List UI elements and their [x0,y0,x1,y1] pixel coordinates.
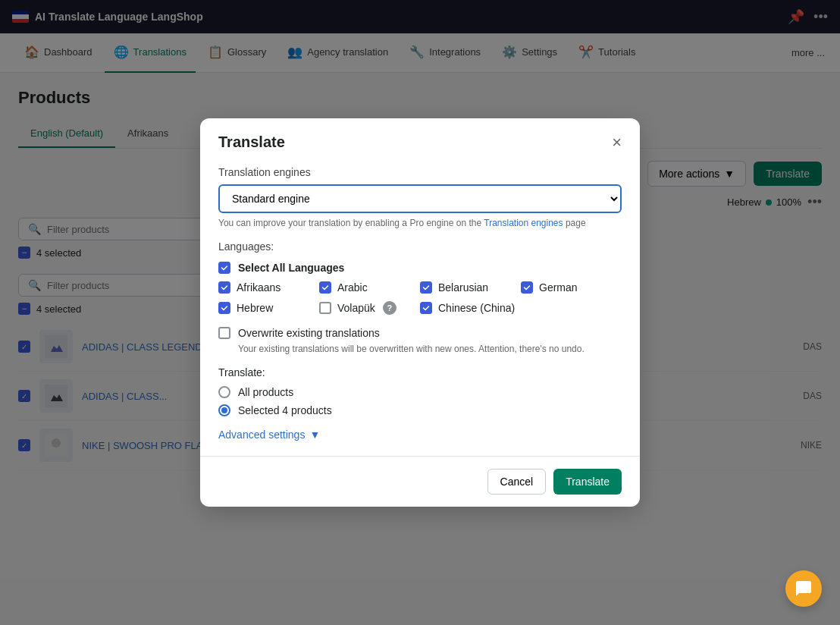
radio-selected-products: Selected 4 products [218,404,622,416]
languages-label: Languages: [218,240,622,253]
lang-item-afrikaans: Afrikaans [218,281,319,294]
engine-hint-text: You can improve your translation by enab… [218,218,481,228]
overwrite-label: Overwrite existing translations [238,327,380,339]
german-label: German [539,281,578,294]
arabic-label: Arabic [337,281,368,294]
translation-engines-label: Translation engines [218,166,622,178]
selected-products-label: Selected 4 products [238,404,332,416]
arabic-checkbox[interactable] [319,281,331,294]
advanced-settings-label: Advanced settings [218,429,305,441]
lang-item-belarusian: Belarusian [420,281,521,294]
translation-engines-link[interactable]: Translation engines [484,218,563,228]
overwrite-row: Overwrite existing translations [218,327,622,339]
volapuk-info-icon[interactable]: ? [383,301,396,315]
modal-footer: Cancel Translate [200,456,640,485]
modal-header: Translate × [200,118,640,151]
lang-item-volapuk: Volapük ? [319,301,420,315]
lang-item-arabic: Arabic [319,281,420,294]
translate-colon-label: Translate: [218,366,622,378]
radio-all-products-input[interactable] [218,386,230,398]
radio-all-products: All products [218,386,622,398]
select-all-label: Select All Languages [238,262,344,274]
engine-hint-end: page [566,218,586,228]
translate-modal: Translate × Translation engines Standard… [200,118,640,485]
advanced-settings-chevron-icon: ▼ [309,429,320,441]
hebrew-checkbox[interactable] [218,302,230,314]
cancel-button[interactable]: Cancel [487,469,547,485]
modal-body: Translation engines Standard engine You … [200,151,640,456]
volapuk-checkbox[interactable] [319,302,331,314]
modal-close-button[interactable]: × [612,134,622,151]
languages-group: Languages: Select All Languages A [218,240,622,315]
chinese-label: Chinese (China) [438,302,515,314]
belarusian-label: Belarusian [438,281,488,294]
all-products-label: All products [238,386,293,398]
belarusian-checkbox[interactable] [420,281,432,294]
translate-section: Translate: All products Selected 4 produ… [218,366,622,416]
translation-engines-group: Translation engines Standard engine You … [218,166,622,228]
overwrite-checkbox[interactable] [218,327,230,339]
languages-grid: Afrikaans Arabic Belarusian [218,281,622,315]
lang-item-german: German [521,281,622,294]
modal-backdrop: Translate × Translation engines Standard… [0,0,840,485]
chinese-checkbox[interactable] [420,302,432,314]
modal-title: Translate [218,133,285,151]
lang-item-chinese: Chinese (China) [420,301,521,315]
volapuk-label: Volapük [337,302,375,314]
advanced-settings-link[interactable]: Advanced settings ▼ [218,429,622,441]
german-checkbox[interactable] [521,281,533,294]
modal-translate-button[interactable]: Translate [553,469,622,485]
radio-dot [221,407,227,413]
afrikaans-checkbox[interactable] [218,281,230,294]
overwrite-section: Overwrite existing translations Your exi… [218,327,622,354]
engine-select[interactable]: Standard engine [218,184,622,213]
lang-item-hebrew: Hebrew [218,301,319,315]
engine-hint: You can improve your translation by enab… [218,218,622,228]
hebrew-lang-label: Hebrew [237,302,273,314]
afrikaans-label: Afrikaans [237,281,281,294]
radio-selected-products-input[interactable] [218,404,230,416]
select-all-languages-row: Select All Languages [218,262,622,274]
overwrite-hint: Your existing translations will be overw… [238,344,622,354]
select-all-checkbox[interactable] [218,262,230,274]
